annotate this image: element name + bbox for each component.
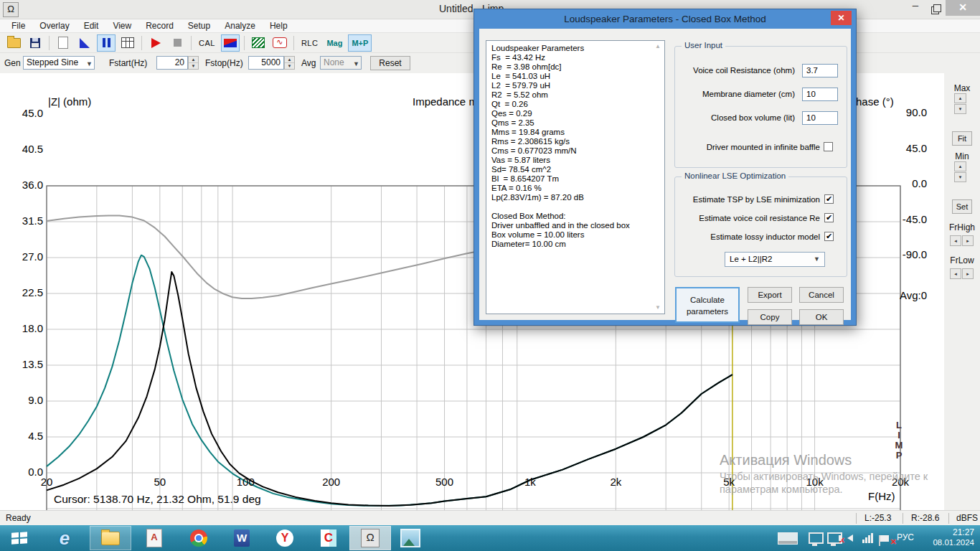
level-unit: dBFS	[956, 513, 978, 523]
reset-button[interactable]: Reset	[370, 56, 410, 70]
dialog-close-icon[interactable]: ✕	[831, 11, 852, 25]
fstart-stepper[interactable]: ▲▼	[188, 56, 199, 70]
stop-record-icon[interactable]	[168, 34, 187, 52]
menu-item-view[interactable]: View	[105, 19, 138, 33]
menu-item-analyze[interactable]: Analyze	[217, 19, 263, 33]
cancel-button[interactable]: Cancel	[799, 287, 844, 303]
pen-edit-icon[interactable]	[75, 34, 94, 52]
input-label-2: Closed box volume (lit)	[608, 113, 795, 122]
f-axis-title: F(Hz)	[868, 490, 895, 502]
magnitude-flag-icon[interactable]	[221, 34, 240, 52]
rlc-button[interactable]: RLC	[298, 34, 321, 52]
min-label: Min	[944, 151, 980, 161]
start-record-icon[interactable]	[146, 34, 165, 52]
app-omega-icon[interactable]: Ω	[3, 2, 19, 17]
generator-type-select[interactable]: Stepped Sine▼	[23, 56, 95, 70]
magnitude-button[interactable]: Mag	[324, 34, 345, 52]
input-field-2[interactable]: 10	[802, 111, 838, 125]
z-tick-label: 45.0	[14, 107, 43, 119]
z-tick-label: 18.0	[14, 322, 43, 334]
fstop-stepper[interactable]: ▲▼	[284, 56, 295, 70]
level-left: L:-25.3	[864, 513, 891, 523]
f-tick-label: 50	[144, 476, 176, 488]
new-document-icon[interactable]	[54, 34, 72, 52]
menu-item-record[interactable]: Record	[138, 19, 181, 33]
start-button[interactable]	[9, 528, 30, 548]
restore-button[interactable]	[927, 0, 947, 16]
table-view-icon[interactable]	[118, 34, 137, 52]
pause-icon[interactable]	[97, 34, 116, 52]
lse-checkbox-0[interactable]: ✔	[824, 194, 834, 204]
z-tick-label: 4.5	[14, 430, 43, 442]
set-button[interactable]: Set	[952, 199, 972, 214]
ok-button[interactable]: OK	[799, 309, 844, 325]
max-label: Max	[944, 83, 980, 93]
close-button[interactable]: ✕	[946, 0, 980, 16]
baffle-checkbox[interactable]	[824, 142, 833, 151]
open-file-icon[interactable]	[4, 34, 23, 52]
export-button[interactable]: Export	[748, 287, 792, 303]
f-tick-label: 2k	[600, 476, 631, 488]
fit-button[interactable]: Fit	[952, 131, 972, 146]
scroll-up-icon[interactable]: ▲	[654, 43, 662, 50]
internet-explorer-icon[interactable]: e	[54, 528, 75, 548]
fstart-input[interactable]: 20	[156, 56, 188, 70]
f-tick-label: 500	[429, 476, 461, 488]
scroll-down-icon[interactable]: ▼	[654, 304, 662, 311]
frlow-stepper[interactable]: ◂▸	[950, 268, 974, 279]
windows-activation-watermark-line2: Чтобы активировать Windows, перейдите к	[720, 471, 928, 482]
max-stepper[interactable]: ▲▼	[954, 93, 966, 115]
clock-date[interactable]: 08.01.2024	[923, 538, 974, 547]
copy-button[interactable]: Copy	[748, 309, 792, 325]
menu-item-help[interactable]: Help	[263, 19, 295, 33]
min-stepper[interactable]: ▲▼	[954, 161, 966, 183]
fstop-input[interactable]: 5000	[248, 56, 284, 70]
baffle-label: Driver mounted in infinite baffle	[659, 143, 820, 151]
yandex-icon[interactable]: Y	[274, 528, 296, 548]
gen-label: Gen	[4, 58, 21, 68]
menu-item-overlay[interactable]: Overlay	[32, 19, 76, 33]
chevron-down-icon: ▼	[86, 58, 93, 70]
file-explorer-icon[interactable]	[100, 528, 121, 548]
menu-item-setup[interactable]: Setup	[181, 19, 217, 33]
word-icon[interactable]: W	[231, 528, 253, 548]
calibrate-button[interactable]: CAL	[196, 34, 218, 52]
sine-generator-icon[interactable]: ∿	[270, 34, 289, 52]
limp-omega-icon[interactable]: Ω	[359, 528, 381, 548]
f-tick-label: 20	[31, 476, 62, 488]
cursor-readout: Cursor: 5138.70 Hz, 21.32 Ohm, 51.9 deg	[54, 493, 261, 506]
lse-checkbox-2[interactable]: ✔	[824, 232, 834, 241]
avg-select[interactable]: None▼	[320, 56, 362, 70]
phase-tick-label: 45.0	[895, 142, 927, 154]
input-label-1: Membrane diameter (cm)	[608, 90, 795, 98]
network-flag-icon[interactable]: ✕	[874, 528, 895, 548]
avg-label: Avg	[301, 58, 316, 68]
menu-item-file[interactable]: File	[4, 19, 32, 33]
save-file-icon[interactable]	[26, 34, 44, 52]
input-field-0[interactable]: 3.7	[802, 64, 838, 77]
minimize-button[interactable]: –	[905, 0, 925, 16]
overlay-grid-icon[interactable]	[249, 34, 268, 52]
frlow-label: FrLow	[944, 255, 980, 265]
chevron-down-icon: ▼	[353, 58, 359, 70]
frhigh-label: FrHigh	[944, 222, 980, 232]
inductor-model-select[interactable]: Le + L2||R2▼	[725, 252, 825, 267]
z-axis-title: |Z| (ohm)	[48, 95, 91, 108]
input-field-1[interactable]: 10	[802, 88, 838, 101]
parameters-text-panel[interactable]: Loudspeaker Parameters Fs = 43.42 Hz Re …	[486, 40, 665, 314]
clock-time[interactable]: 21:27	[938, 527, 974, 537]
toolbar-separator	[293, 36, 294, 50]
browser-c-icon[interactable]: C	[318, 528, 339, 548]
menu-item-edit[interactable]: Edit	[77, 19, 106, 33]
photos-icon[interactable]	[400, 528, 421, 548]
chrome-icon[interactable]	[188, 528, 209, 548]
calculate-parameters-button[interactable]: Calculate parameters	[675, 287, 740, 323]
magnitude-phase-button[interactable]: M+P	[348, 34, 372, 52]
frhigh-stepper[interactable]: ◂▸	[950, 235, 974, 246]
language-indicator[interactable]: РУС	[897, 532, 914, 542]
touch-keyboard-icon[interactable]	[777, 528, 798, 548]
toolbar-separator	[244, 36, 245, 50]
lse-checkbox-1[interactable]: ✔	[824, 213, 834, 222]
document-viewer-icon[interactable]: A	[143, 528, 165, 548]
z-tick-label: 13.5	[14, 358, 43, 370]
